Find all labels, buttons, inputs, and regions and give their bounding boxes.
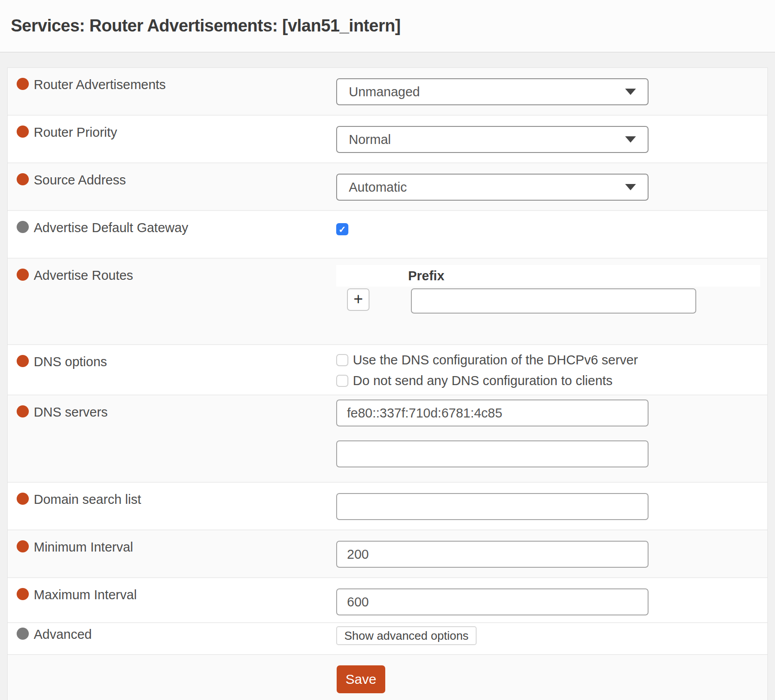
row-advertise-default-gateway: Advertise Default Gateway <box>8 211 767 259</box>
row-dns-options: DNS options Use the DNS configuration of… <box>8 345 767 395</box>
info-icon[interactable] <box>17 540 29 552</box>
info-icon[interactable] <box>17 355 29 367</box>
field-label: Minimum Interval <box>34 539 133 555</box>
label-cell: Router Advertisements <box>8 68 336 115</box>
control-cell: Prefix + <box>336 259 767 344</box>
control-cell: Unmanaged <box>336 68 767 115</box>
row-maximum-interval: Maximum Interval <box>8 578 767 623</box>
field-label: Advanced <box>34 627 92 642</box>
label-cell <box>8 655 336 700</box>
selected-value: Normal <box>349 132 391 147</box>
domain-search-list-input[interactable] <box>336 493 649 520</box>
label-cell: Maximum Interval <box>8 578 336 622</box>
info-icon[interactable] <box>17 269 29 281</box>
row-dns-servers: DNS servers <box>8 395 767 483</box>
row-router-advertisements: Router Advertisements Unmanaged <box>8 68 767 116</box>
dns-option-row: Use the DNS configuration of the DHCPv6 … <box>336 350 767 370</box>
field-label: Advertise Routes <box>34 268 133 283</box>
advertise-default-gateway-checkbox[interactable] <box>336 223 348 235</box>
checkbox-label: Use the DNS configuration of the DHCPv6 … <box>353 353 638 368</box>
label-cell: Advertise Routes <box>8 259 336 344</box>
field-label: Maximum Interval <box>34 587 137 602</box>
chevron-down-icon <box>625 136 636 143</box>
source-address-select[interactable]: Automatic <box>336 174 649 201</box>
save-button[interactable]: Save <box>337 665 385 693</box>
row-advanced: Advanced Show advanced options <box>8 623 767 655</box>
selected-value: Unmanaged <box>349 85 420 99</box>
label-cell: Domain search list <box>8 483 336 529</box>
settings-form-table: Router Advertisements Unmanaged Router P… <box>7 67 768 700</box>
add-route-button[interactable]: + <box>347 288 369 311</box>
row-advertise-routes: Advertise Routes Prefix + <box>8 259 767 345</box>
dns-server-1-input[interactable] <box>336 399 649 426</box>
info-icon[interactable] <box>17 493 29 505</box>
label-cell: Minimum Interval <box>8 530 336 577</box>
control-cell <box>336 211 767 258</box>
no-dns-config-checkbox[interactable] <box>336 375 348 387</box>
control-cell <box>336 578 767 622</box>
router-advertisements-select[interactable]: Unmanaged <box>336 78 649 105</box>
field-label: Router Priority <box>34 125 117 140</box>
info-icon[interactable] <box>17 78 29 90</box>
dns-option-row: Do not send any DNS configuration to cli… <box>336 370 767 391</box>
label-cell: Advertise Default Gateway <box>8 211 336 258</box>
info-icon[interactable] <box>17 588 29 600</box>
page-header: Services: Router Advertisements: [vlan51… <box>0 0 775 53</box>
info-icon[interactable] <box>17 221 29 233</box>
label-cell: Source Address <box>8 163 336 210</box>
control-cell <box>336 483 767 529</box>
show-advanced-options-button[interactable]: Show advanced options <box>336 626 477 645</box>
page-title: Services: Router Advertisements: [vlan51… <box>11 16 401 36</box>
control-cell: Save <box>336 655 767 700</box>
maximum-interval-input[interactable] <box>336 588 649 615</box>
control-cell: Normal <box>336 116 767 162</box>
chevron-down-icon <box>625 89 636 95</box>
routes-table-header: Prefix <box>336 265 760 287</box>
control-cell: Automatic <box>336 163 767 210</box>
label-cell: Advanced <box>8 623 336 654</box>
dns-server-2-input[interactable] <box>336 440 649 467</box>
routes-table-row: + <box>336 288 767 314</box>
control-cell: Show advanced options <box>336 623 767 654</box>
route-prefix-input[interactable] <box>411 288 696 314</box>
field-label: Advertise Default Gateway <box>34 220 188 235</box>
label-cell: Router Priority <box>8 116 336 162</box>
field-label: Source Address <box>34 172 126 188</box>
field-label: DNS servers <box>34 404 108 420</box>
control-cell <box>336 395 767 482</box>
row-source-address: Source Address Automatic <box>8 163 767 211</box>
form-content: Router Advertisements Unmanaged Router P… <box>0 53 775 700</box>
row-domain-search-list: Domain search list <box>8 483 767 530</box>
row-save: Save <box>8 655 767 700</box>
info-icon[interactable] <box>17 405 29 417</box>
minimum-interval-input[interactable] <box>336 541 649 568</box>
prefix-column-header: Prefix <box>336 269 516 283</box>
info-icon[interactable] <box>17 628 29 640</box>
router-priority-select[interactable]: Normal <box>336 126 649 153</box>
use-dhcpv6-dns-checkbox[interactable] <box>336 354 348 366</box>
checkbox-label: Do not send any DNS configuration to cli… <box>353 373 613 388</box>
selected-value: Automatic <box>349 180 407 195</box>
info-icon[interactable] <box>17 173 29 185</box>
label-cell: DNS options <box>8 345 336 395</box>
row-minimum-interval: Minimum Interval <box>8 530 767 578</box>
control-cell: Use the DNS configuration of the DHCPv6 … <box>336 345 767 395</box>
info-icon[interactable] <box>17 126 29 138</box>
field-label: Router Advertisements <box>34 77 166 92</box>
field-label: Domain search list <box>34 492 141 507</box>
label-cell: DNS servers <box>8 395 336 482</box>
control-cell <box>336 530 767 577</box>
chevron-down-icon <box>625 184 636 190</box>
field-label: DNS options <box>34 354 107 369</box>
row-router-priority: Router Priority Normal <box>8 116 767 163</box>
